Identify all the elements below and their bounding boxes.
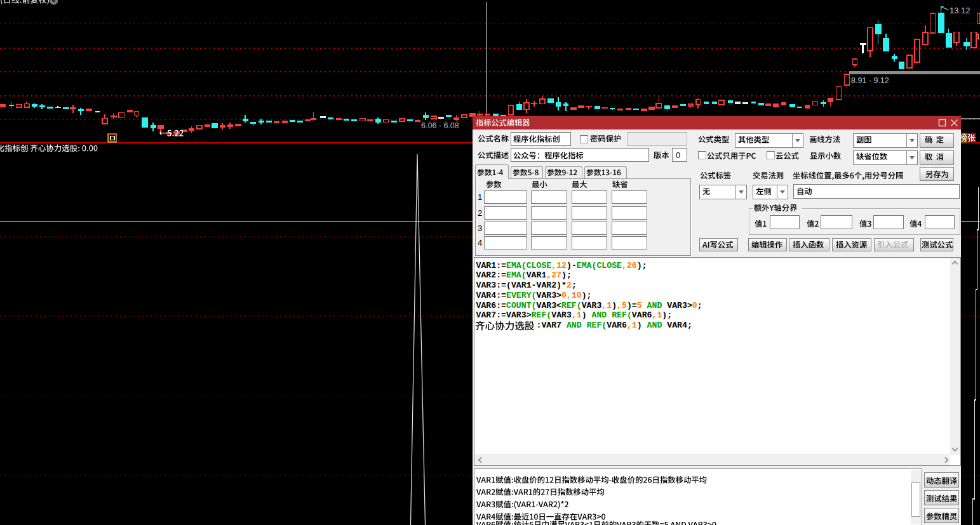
svg-text:8.91 - 9.12: 8.91 - 9.12 — [851, 76, 889, 85]
svg-text:13.12: 13.12 — [950, 6, 970, 15]
svg-text:6.06 - 6.08: 6.06 - 6.08 — [421, 121, 459, 130]
